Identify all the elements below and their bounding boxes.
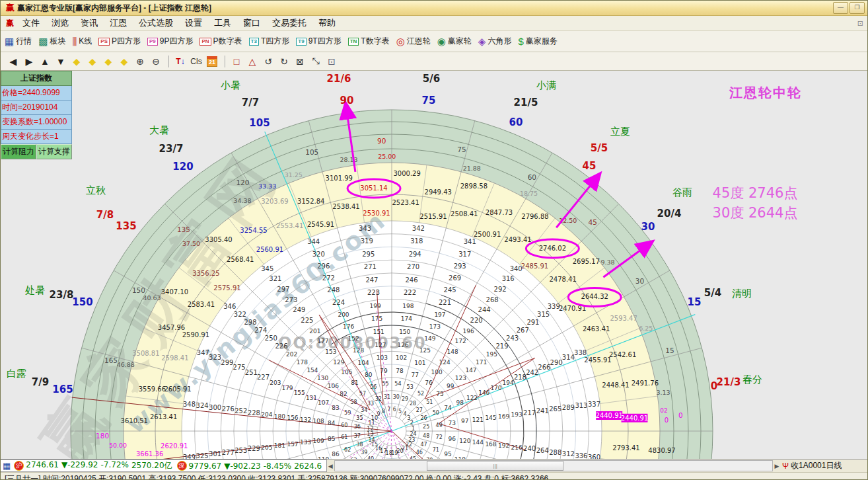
toolbar-button-winner-service[interactable]: $赢家服务	[518, 36, 557, 47]
tool-rotate-ccw-button[interactable]: ↺	[261, 55, 275, 68]
tool-cls-button[interactable]: Cls	[189, 55, 203, 68]
antenna-icon: Ψ	[782, 461, 789, 471]
wheel-label: 295	[362, 251, 375, 258]
t-square-icon: T3	[249, 38, 259, 46]
tool-rect-tool-button[interactable]: □	[229, 55, 244, 68]
tool-triangle-tool-button[interactable]: △	[245, 55, 260, 68]
mdi-restore-icon[interactable]: ⊡	[857, 19, 863, 28]
wheel-label: 45	[589, 218, 597, 226]
toolbar-button-quotes[interactable]: ▦行情	[5, 36, 32, 47]
wheel-label: 8	[382, 409, 385, 415]
wheel-label: 288	[549, 449, 561, 456]
menu-item-1[interactable]: 浏览	[46, 16, 75, 30]
wheel-label: 2568.41	[227, 256, 254, 263]
tool-nav-down-button[interactable]: ▼	[54, 55, 68, 68]
wheel-label: 80	[365, 372, 373, 378]
toolbar-button-9t-square[interactable]: T99T四方形	[296, 36, 341, 47]
wheel-label: 199	[370, 303, 381, 309]
wheel-label: 34.38	[233, 197, 251, 204]
wheel-label: 171	[476, 359, 487, 366]
wheel-label: 267	[517, 327, 529, 334]
tool-close-box-button[interactable]: ⊠	[293, 55, 307, 68]
wheel-label: 85	[328, 436, 335, 442]
wheel-label: 45	[410, 456, 416, 459]
wheel-label: 2448.41	[602, 381, 629, 389]
restore-button[interactable]: ❐	[850, 2, 865, 14]
tool-nav-up-button[interactable]: ▲	[38, 55, 52, 68]
wheel-label: 301	[209, 450, 221, 458]
quote-grid-icon[interactable]: ▦	[3, 461, 11, 471]
wheel-label: 2478.41	[549, 276, 576, 283]
toolbar-button-p-table[interactable]: PNP数字表	[199, 36, 242, 47]
toolbar-button-hexagon[interactable]: ◈六角形	[478, 36, 512, 47]
ticker-scrollbar[interactable]: |||	[334, 460, 773, 471]
tool-zoom-out-button[interactable]: ⊖	[149, 55, 163, 68]
drawing-toolbar: ◀▶▲▼◆◆◆◆⊕⊖T↓Cls21□△↺↻⊠⤡⊡	[1, 52, 867, 71]
wheel-label: 154	[307, 367, 318, 374]
wheel-label: 321	[269, 275, 281, 282]
calc-support-button[interactable]: 计算支撑	[36, 144, 72, 159]
wheel-label: 3457.96	[158, 324, 185, 331]
menu-logo-icon: 赢	[6, 18, 14, 29]
toolbar-button-gann-wheel[interactable]: ◎江恩轮	[396, 36, 431, 47]
scroll-right-icon[interactable]: ▶	[774, 463, 780, 469]
wheel-label: 202	[286, 351, 297, 358]
menu-item-7[interactable]: 窗口	[237, 16, 266, 30]
tool-t-down-button[interactable]: T↓	[173, 55, 188, 68]
toolbar-button-t-table[interactable]: TNT数字表	[348, 36, 390, 47]
tool-pan-down-button[interactable]: ◆	[117, 55, 131, 68]
menu-item-6[interactable]: 工具	[208, 16, 237, 30]
app-window: 赢 赢家江恩专业版[赢家内部服务平台] - [上证指数 江恩轮] — ❐ 赢 文…	[0, 0, 868, 480]
calc-resistance-button[interactable]: 计算阻力	[1, 144, 36, 159]
wheel-label: 157	[287, 441, 298, 448]
wheel-label: 33	[367, 401, 374, 407]
scrollbar-thumb[interactable]: |||	[427, 461, 563, 471]
tool-rotate-cw-button[interactable]: ↻	[277, 55, 291, 68]
tool-pan-left-button[interactable]: ◆	[69, 55, 84, 68]
wheel-label: 297	[277, 286, 289, 293]
menu-item-9[interactable]: 帮助	[312, 16, 342, 30]
toolbar-button-p-square[interactable]: PSP四方形	[98, 36, 141, 47]
wheel-label: 2598.41	[161, 354, 188, 362]
wheel-label: 58	[351, 399, 357, 405]
toolbar-button-sectors[interactable]: ▩板块	[38, 36, 65, 47]
quotes-label: 行情	[16, 36, 32, 47]
minimize-button[interactable]: —	[833, 2, 848, 14]
wheel-label: 75	[457, 145, 466, 153]
menu-item-5[interactable]: 设置	[179, 16, 208, 30]
menu-item-3[interactable]: 江恩	[104, 16, 133, 30]
wheel-label: 149	[424, 335, 435, 342]
wheel-label: 175	[371, 315, 382, 322]
tool-nav-right-button[interactable]: ▶	[22, 55, 36, 68]
tool-nav-left-button[interactable]: ◀	[6, 55, 20, 68]
menu-item-4[interactable]: 公式选股	[133, 16, 179, 30]
wheel-label: 2560.91	[256, 246, 283, 253]
tool-zoom-in-button[interactable]: ⊕	[133, 55, 147, 68]
menu-item-0[interactable]: 文件	[17, 16, 46, 30]
tool-calendar-button[interactable]: 21	[205, 55, 219, 68]
wheel-label: 50	[433, 410, 439, 416]
menu-item-2[interactable]: 资讯	[75, 16, 104, 30]
wheel-label: 3051.14	[360, 184, 387, 192]
toolbar-button-t-square[interactable]: T3T四方形	[249, 36, 290, 47]
wheel-label: 2898.58	[460, 182, 488, 190]
wheel-label: 38	[356, 442, 363, 448]
toolbar-button-kline[interactable]: ⫼K线	[72, 36, 92, 47]
gann-wheel-svg: 赢家财富网www.yingjia360.comQQ:80080036012345…	[1, 71, 868, 459]
tool-fit-button[interactable]: ⤡	[308, 55, 323, 68]
tool-pan-up-button[interactable]: ◆	[101, 55, 116, 68]
tool-pan-right-button[interactable]: ◆	[85, 55, 100, 68]
toolbar-button-9p-square[interactable]: P99P四方形	[147, 36, 193, 47]
wheel-label: 100	[431, 369, 442, 376]
tool-screen-button[interactable]: ⊡	[324, 55, 339, 68]
toolbar-button-winner-wheel[interactable]: ◉赢家轮	[437, 36, 472, 47]
wheel-label: 196	[463, 328, 474, 335]
menu-item-8[interactable]: 交易委托	[266, 16, 312, 30]
wheel-label: 192	[498, 442, 509, 449]
quote-info-bar: [三月廿一] 时间:20190425 开:3190.5901 高:3193.75…	[1, 472, 867, 480]
wheel-label: 57	[359, 391, 366, 397]
wheel-label: 3559.66	[139, 385, 166, 393]
scroll-left-icon[interactable]: ◀	[327, 463, 334, 469]
wheel-label: 275	[233, 364, 246, 371]
wheel-label: 4830.97	[648, 447, 675, 454]
